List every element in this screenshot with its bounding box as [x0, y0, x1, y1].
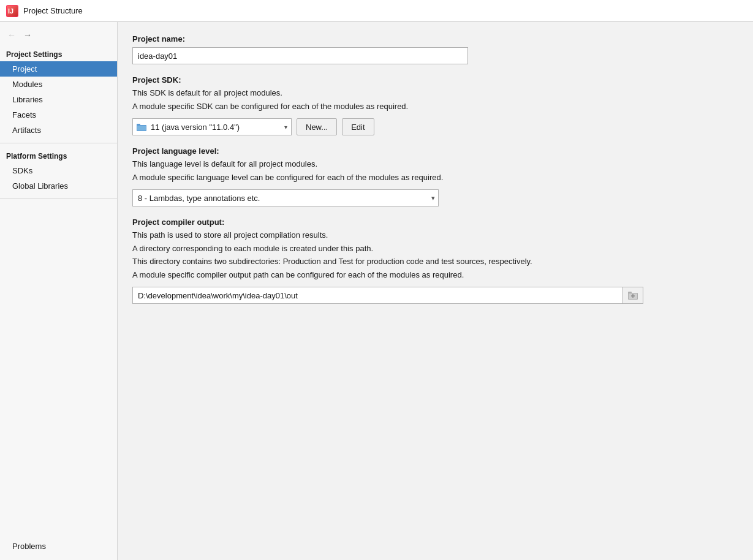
- sdk-edit-button[interactable]: Edit: [342, 118, 374, 135]
- folder-icon: [137, 123, 146, 131]
- sidebar-item-global-libraries[interactable]: Global Libraries: [0, 178, 117, 194]
- project-settings-header: Project Settings: [0, 47, 117, 61]
- app-logo: IJ: [6, 5, 18, 17]
- project-sdk-desc1: This SDK is default for all project modu…: [132, 87, 738, 99]
- svg-rect-7: [628, 292, 632, 293]
- language-level-dropdown[interactable]: 8 - Lambdas, type annotations etc. 11 - …: [132, 189, 439, 206]
- platform-settings-header: Platform Settings: [0, 148, 117, 163]
- project-language-desc1: This language level is default for all p…: [132, 158, 738, 170]
- sidebar-item-project[interactable]: Project: [0, 61, 117, 77]
- project-compiler-desc3: This directory contains two subdirectori…: [132, 255, 738, 268]
- sidebar-bottom: Problems: [0, 539, 117, 560]
- sidebar-item-sdks[interactable]: SDKs: [0, 163, 117, 178]
- forward-button[interactable]: →: [21, 28, 34, 42]
- sidebar-item-artifacts[interactable]: Artifacts: [0, 123, 117, 138]
- compiler-browse-button[interactable]: [622, 287, 643, 304]
- sdk-dropdown[interactable]: 11 (java version "11.0.4") ▾: [132, 118, 292, 135]
- project-sdk-label: Project SDK:: [132, 75, 738, 85]
- project-name-label: Project name:: [132, 34, 738, 44]
- svg-rect-5: [137, 126, 146, 131]
- project-language-label: Project language level:: [132, 146, 738, 156]
- sidebar-item-problems[interactable]: Problems: [0, 539, 117, 554]
- compiler-output-input[interactable]: [132, 287, 622, 304]
- svg-rect-4: [137, 124, 140, 126]
- sdk-folder-icon: [137, 123, 146, 131]
- svg-text:IJ: IJ: [8, 7, 13, 15]
- title-bar: IJ Project Structure: [0, 0, 753, 22]
- project-name-input[interactable]: [132, 47, 468, 64]
- sidebar-item-facets[interactable]: Facets: [0, 107, 117, 123]
- back-button[interactable]: ←: [5, 28, 18, 42]
- project-sdk-desc2: A module specific SDK can be configured …: [132, 100, 738, 113]
- language-level-dropdown-wrapper: 8 - Lambdas, type annotations etc. 11 - …: [132, 189, 439, 206]
- sdk-selected-text: 11 (java version "11.0.4"): [151, 123, 287, 132]
- window-title: Project Structure: [23, 6, 83, 15]
- sidebar-item-modules[interactable]: Modules: [0, 77, 117, 92]
- sidebar-divider: [0, 143, 117, 143]
- browse-folder-icon: [628, 291, 638, 300]
- project-compiler-label: Project compiler output:: [132, 218, 738, 227]
- project-compiler-desc2: A directory corresponding to each module…: [132, 243, 738, 255]
- nav-buttons: ← →: [0, 26, 117, 47]
- content-area: Project name: Project SDK: This SDK is d…: [118, 22, 753, 560]
- main-layout: ← → Project Settings Project Modules Lib…: [0, 22, 753, 560]
- compiler-output-row: [132, 287, 738, 304]
- sdk-new-button[interactable]: New...: [297, 118, 337, 135]
- language-select-container: 8 - Lambdas, type annotations etc. 11 - …: [132, 189, 738, 206]
- sdk-dropdown-chevron: ▾: [284, 124, 287, 131]
- project-compiler-desc1: This path is used to store all project c…: [132, 229, 738, 241]
- sidebar-item-libraries[interactable]: Libraries: [0, 92, 117, 107]
- project-language-desc2: A module specific language level can be …: [132, 172, 738, 184]
- sidebar: ← → Project Settings Project Modules Lib…: [0, 22, 118, 560]
- sdk-row: 11 (java version "11.0.4") ▾ New... Edit: [132, 118, 738, 135]
- project-compiler-desc4: A module specific compiler output path c…: [132, 269, 738, 281]
- sidebar-divider-2: [0, 199, 117, 199]
